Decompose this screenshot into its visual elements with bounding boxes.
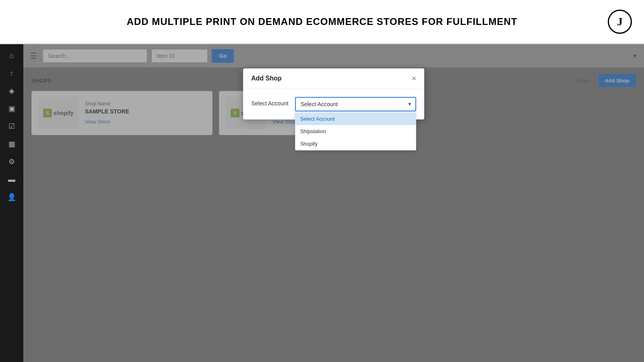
sidebar-item-settings[interactable]: ⚙ [4,154,19,169]
sidebar: ⌂ ↑ ◈ ▣ ☑ ▦ ⚙ ▬ 👤 [0,44,23,362]
modal-body: Select Account Select Account Shipstatio… [243,89,424,119]
select-account-container: Select Account Shipstation Shopify ▼ Sel… [295,97,416,111]
dropdown-item-shipstation[interactable]: Shipstation [295,125,416,138]
dropdown-item-select-account[interactable]: Select Account [295,113,416,125]
page-header: ADD MULTIPLE PRINT ON DEMAND ECOMMERCE S… [0,0,644,44]
page-main-title: ADD MULTIPLE PRINT ON DEMAND ECOMMERCE S… [127,16,518,27]
sidebar-item-home[interactable]: ⌂ [4,48,19,63]
sidebar-item-upload[interactable]: ↑ [4,66,19,80]
modal-header: Add Shop × [243,68,424,89]
sidebar-item-users[interactable]: 👤 [4,190,19,204]
logo-badge: J [608,10,632,34]
select-account-label: Select Account [251,100,289,107]
select-account-dropdown[interactable]: Select Account Shipstation Shopify [295,97,416,111]
sidebar-item-inbox[interactable]: ▣ [4,101,19,116]
sidebar-item-factory[interactable]: ▦ [4,137,19,151]
content-area: ☰ Go ▼ SHOPS Shops Add Shop S shopify [23,44,644,362]
sidebar-item-tag[interactable]: ◈ [4,84,19,98]
sidebar-item-checklist[interactable]: ☑ [4,119,19,134]
modal-close-button[interactable]: × [412,75,416,82]
main-layout: ⌂ ↑ ◈ ▣ ☑ ▦ ⚙ ▬ 👤 ☰ Go ▼ SHOPS Shops Add… [0,44,644,362]
dropdown-options-list: Select Account Shipstation Shopify [295,112,416,150]
sidebar-item-chart[interactable]: ▬ [4,172,19,187]
modal-title: Add Shop [251,75,282,82]
dropdown-item-shopify[interactable]: Shopify [295,138,416,150]
modal-overlay: Add Shop × Select Account Select Account… [23,44,644,362]
add-shop-modal: Add Shop × Select Account Select Account… [243,68,424,119]
